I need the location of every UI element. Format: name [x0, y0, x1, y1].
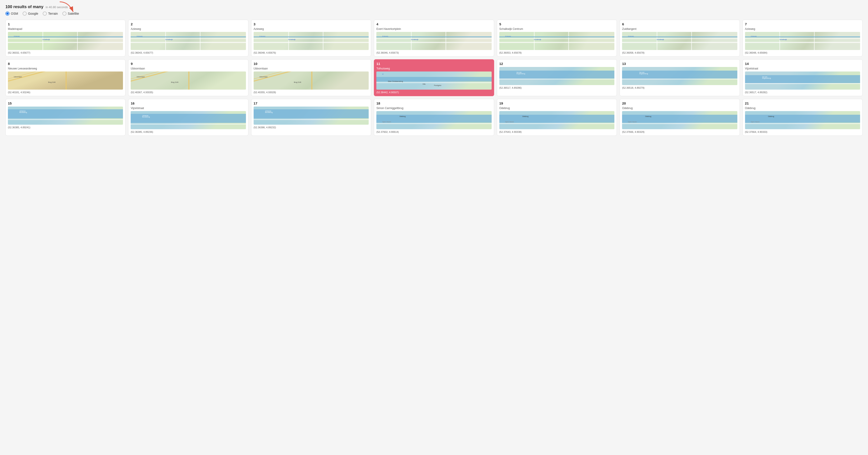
result-card-6[interactable]: 6 Zuidtangent Azieweg Schalkwijk (52.360…	[620, 20, 740, 57]
card-coords: (52.36385, 4.89236)	[131, 131, 246, 133]
card-name: Vijzelstraat	[131, 107, 246, 110]
google-radio-circle	[23, 11, 27, 16]
result-card-11[interactable]: 11 Tolhuisweg IJ Elbie Christiaensbrug V…	[374, 59, 494, 96]
page-header: 100 results of many in 40.80 seconds OSM…	[5, 4, 863, 16]
card-number: 11	[376, 62, 491, 66]
card-number: 8	[8, 62, 123, 66]
card-coords: (52.36517, 4.89286)	[499, 86, 614, 89]
card-number: 13	[622, 62, 737, 66]
osm-radio[interactable]: OSM	[5, 11, 18, 16]
result-card-13[interactable]: 13 Isa van Eeghenbrug (52.36518, 4.89279…	[620, 59, 740, 96]
terrain-radio[interactable]: Terrain	[43, 11, 58, 16]
card-number: 15	[8, 102, 123, 105]
terrain-label: Terrain	[48, 12, 58, 16]
card-map: IJdoornlaan Brug 2140	[8, 72, 123, 90]
result-card-19[interactable]: 19 Odebrug Odebrug Open Haven (52.37643,…	[497, 99, 617, 136]
results-line: 100 results of many in 40.80 seconds	[5, 4, 863, 9]
result-card-4[interactable]: 4 Evert Haverkortplein Azieweg Schalkwij…	[374, 20, 494, 57]
result-card-21[interactable]: 21 Odebrug Odebrug Open Haven (52.37664,…	[743, 99, 863, 136]
result-card-1[interactable]: 1 Madeirapad Azieweg Schalkwijk (52.3603…	[5, 20, 125, 57]
card-coords: (52.38442, 4.90507)	[376, 91, 491, 94]
card-name: Madeirapad	[8, 27, 123, 31]
card-coords: (52.40181, 4.93246)	[8, 91, 123, 94]
result-card-20[interactable]: 20 Odebrug Odebrug Open Haven (52.37666,…	[620, 99, 740, 136]
result-card-7[interactable]: 7 Azieweg Azieweg Schalkwijk (52.36048, …	[743, 20, 863, 57]
card-map: Isa van Eeghenbrug	[622, 67, 737, 85]
result-card-14[interactable]: 14 Vijzelstraat Isa van Eeghenbrug (52.3…	[743, 59, 863, 96]
result-card-17[interactable]: 17 Johanna Borskibrug (52.36386, 4.89232…	[251, 99, 371, 136]
card-map: Isa van Eeghenbrug	[745, 72, 860, 90]
card-coords: (52.36043, 4.65677)	[131, 51, 246, 54]
card-coords: (52.37602, 4.90614)	[376, 131, 491, 133]
card-number: 17	[254, 102, 369, 105]
result-card-12[interactable]: 12 Isa van Eeghenbrug (52.36517, 4.89286…	[497, 59, 617, 96]
card-name: IJdoornlaan	[254, 67, 369, 70]
card-map: Johanna Borskibrug	[131, 111, 246, 129]
result-card-10[interactable]: 10 IJdoornlaan IJdoornlaan Brug 2140 (52…	[251, 59, 371, 96]
results-grid: 1 Madeirapad Azieweg Schalkwijk (52.3603…	[5, 20, 863, 136]
card-map: IJdoornlaan Brug 2140	[131, 72, 246, 90]
map-type-selector: OSM Google Terrain Satellite	[5, 11, 863, 16]
card-map: Johanna Borskibrug	[254, 107, 369, 125]
card-map: Odebrug Open Haven	[745, 111, 860, 129]
results-count: 100 results of many	[5, 4, 43, 9]
google-label: Google	[28, 12, 38, 16]
card-name: Simon Carmiggeltbrug	[376, 107, 491, 110]
satellite-label: Satellite	[68, 12, 79, 16]
card-number: 20	[622, 102, 737, 105]
card-map: Azieweg Schalkwijk	[131, 32, 246, 50]
card-coords: (52.36386, 4.89232)	[254, 126, 369, 129]
card-number: 19	[499, 102, 614, 105]
card-name: Odebrug	[745, 107, 860, 110]
card-number: 5	[499, 22, 614, 26]
card-coords: (52.36048, 4.65676)	[254, 51, 369, 54]
card-map: Odebrug Open Haven	[376, 111, 491, 129]
result-card-15[interactable]: 15 Johanna Borskibrug (52.36385, 4.89241…	[5, 99, 125, 136]
card-map: Azieweg Schalkwijk	[376, 32, 491, 50]
card-number: 10	[254, 62, 369, 66]
card-number: 2	[131, 22, 246, 26]
result-card-16[interactable]: 16 Vijzelstraat Johanna Borskibrug (52.3…	[128, 99, 248, 136]
card-name: Azieweg	[254, 27, 369, 31]
card-map: Azieweg Schalkwijk	[499, 32, 614, 50]
card-name: IJdoornlaan	[131, 67, 246, 70]
results-time: in 40.80 seconds	[46, 5, 68, 9]
card-number: 3	[254, 22, 369, 26]
google-radio[interactable]: Google	[23, 11, 38, 16]
card-map: Azieweg Schalkwijk	[8, 32, 123, 50]
result-card-9[interactable]: 9 IJdoornlaan IJdoornlaan Brug 2140 (52.…	[128, 59, 248, 96]
osm-label: OSM	[11, 12, 18, 16]
card-map: IJ Elbie Christiaensbrug Villa Poortgebo	[376, 72, 491, 90]
card-name: Odebrug	[499, 107, 614, 110]
satellite-radio[interactable]: Satellite	[62, 11, 79, 16]
card-number: 4	[376, 22, 491, 26]
card-name: Tolhuisweg	[376, 67, 491, 70]
card-name: Zuidtangent	[622, 27, 737, 31]
result-card-3[interactable]: 3 Azieweg Azieweg Schalkwijk (52.36048, …	[251, 20, 371, 57]
card-coords: (52.40367, 4.93035)	[131, 91, 246, 94]
card-coords: (52.36058, 4.65678)	[622, 51, 737, 54]
result-card-18[interactable]: 18 Simon Carmiggeltbrug Odebrug Open Hav…	[374, 99, 494, 136]
card-name: Azieweg	[745, 27, 860, 31]
result-card-5[interactable]: 5 Schalkwijk Centrum Azieweg Schalkwijk …	[497, 20, 617, 57]
card-coords: (52.37666, 4.90329)	[622, 131, 737, 133]
card-map: IJdoornlaan Brug 2140	[254, 72, 369, 90]
card-map: Johanna Borskibrug	[8, 107, 123, 125]
card-number: 12	[499, 62, 614, 66]
terrain-radio-circle	[43, 11, 47, 16]
card-coords: (52.37664, 4.90333)	[745, 131, 860, 133]
card-number: 9	[131, 62, 246, 66]
card-coords: (52.37643, 4.90338)	[499, 131, 614, 133]
card-coords: (52.36048, 4.65684)	[745, 51, 860, 54]
result-card-8[interactable]: 8 Nieuwe Leeuwarderweg IJdoornlaan Brug …	[5, 59, 125, 96]
card-map: Azieweg Schalkwijk	[745, 32, 860, 50]
osm-radio-circle	[5, 11, 9, 16]
card-number: 14	[745, 62, 860, 66]
satellite-radio-circle	[62, 11, 66, 16]
card-number: 1	[8, 22, 123, 26]
card-number: 7	[745, 22, 860, 26]
card-name: Evert Haverkortplein	[376, 27, 491, 31]
card-map: Odebrug Open Haven	[622, 111, 737, 129]
card-name: Schalkwijk Centrum	[499, 27, 614, 31]
result-card-2[interactable]: 2 Azieweg Azieweg Schalkwijk (52.36043, …	[128, 20, 248, 57]
